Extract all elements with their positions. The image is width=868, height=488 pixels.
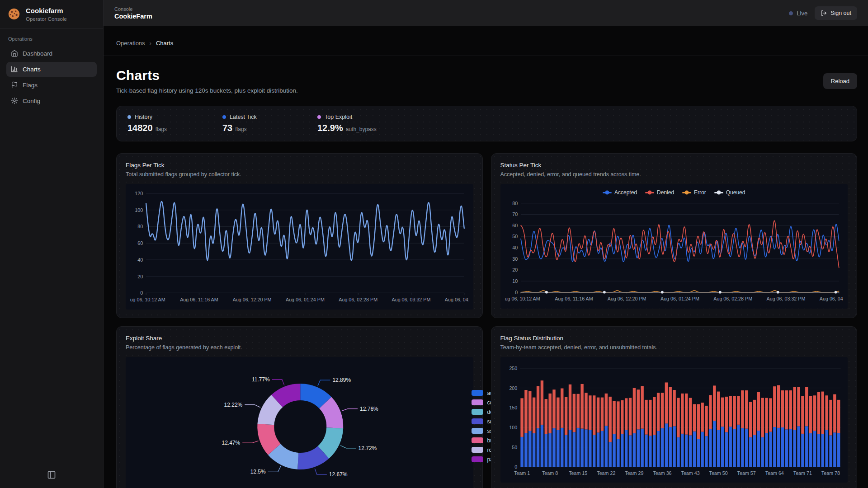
- bar-chart-icon: [11, 66, 18, 73]
- svg-text:12.76%: 12.76%: [360, 406, 378, 412]
- sidebar-item-charts[interactable]: Charts: [6, 62, 97, 77]
- svg-text:Team 43: Team 43: [681, 470, 699, 476]
- svg-text:Aug 06, 04:36 PM: Aug 06, 04:36 PM: [445, 297, 469, 302]
- cookie-logo-icon: [7, 7, 21, 21]
- chart-title: Status Per Tick: [500, 162, 848, 169]
- chart-title: Flag Status Distribution: [500, 335, 848, 342]
- svg-text:50: 50: [512, 445, 517, 450]
- stat-unit: flags: [235, 126, 246, 132]
- chart-subtitle: Team-by-team accepted, denied, error, an…: [500, 344, 848, 351]
- svg-text:12.22%: 12.22%: [224, 402, 243, 408]
- svg-text:Team 1: Team 1: [514, 470, 529, 476]
- breadcrumb-parent[interactable]: Operations: [116, 40, 145, 47]
- sidebar-item-label: Dashboard: [23, 50, 52, 57]
- svg-text:Team 29: Team 29: [625, 470, 643, 476]
- logout-icon: [821, 10, 827, 16]
- sign-out-label: Sign out: [830, 10, 851, 16]
- sign-out-button[interactable]: Sign out: [815, 6, 857, 20]
- svg-text:12.67%: 12.67%: [329, 471, 348, 478]
- svg-text:11.77%: 11.77%: [252, 376, 270, 383]
- chart-title: Exploit Share: [126, 335, 473, 342]
- stat-dot-icon: [127, 115, 131, 119]
- sidebar-collapse-button[interactable]: [47, 470, 56, 481]
- sidebar-item-dashboard[interactable]: Dashboard: [6, 46, 97, 61]
- svg-text:100: 100: [135, 207, 143, 213]
- main-content: Operations › Charts Charts Tick-based fl…: [104, 26, 868, 488]
- chart-legend: AcceptedDeniedErrorQueued: [505, 188, 844, 197]
- svg-text:Aug 06, 11:16 AM: Aug 06, 11:16 AM: [555, 296, 593, 301]
- stat-label: History: [135, 114, 152, 120]
- topbar-title: CookieFarm: [114, 13, 152, 20]
- svg-text:Team 71: Team 71: [793, 470, 811, 476]
- svg-text:Team 50: Team 50: [709, 470, 727, 476]
- svg-text:Team 8: Team 8: [542, 470, 558, 476]
- svg-text:0: 0: [514, 464, 517, 469]
- exploit-share-card: Exploit Share Percentage of flags genera…: [116, 326, 483, 488]
- svg-text:12.5%: 12.5%: [250, 469, 266, 475]
- topbar: Console CookieFarm Live Sign out: [104, 0, 868, 26]
- stat-unit: flags: [156, 126, 167, 132]
- panel-left-icon: [47, 470, 56, 479]
- svg-text:Aug 06, 12:20 PM: Aug 06, 12:20 PM: [607, 296, 646, 301]
- svg-text:Aug 06, 10:12 AM: Aug 06, 10:12 AM: [505, 296, 540, 301]
- legend-item: Denied: [645, 189, 674, 196]
- svg-text:60: 60: [137, 240, 143, 246]
- stat-unit: auth_bypass: [346, 126, 377, 132]
- svg-text:200: 200: [509, 385, 517, 391]
- svg-text:12.47%: 12.47%: [222, 440, 241, 446]
- svg-text:20: 20: [137, 274, 143, 279]
- flags-per-tick-card: Flags Per Tick Total submitted flags gro…: [116, 153, 483, 318]
- sidebar-nav: Operations Dashboard Charts Flags Config: [0, 29, 103, 116]
- flag-icon: [11, 81, 18, 89]
- stat-label: Latest Tick: [230, 114, 257, 120]
- svg-text:Team 57: Team 57: [737, 470, 755, 476]
- stat-value: 14820: [127, 123, 153, 133]
- stat-top-exploit: Top Exploit 12.9% auth_bypass: [317, 114, 412, 133]
- sidebar-item-label: Flags: [23, 82, 38, 89]
- svg-text:12.72%: 12.72%: [359, 445, 377, 451]
- svg-text:30: 30: [512, 256, 518, 262]
- svg-text:0: 0: [140, 290, 143, 296]
- svg-text:120: 120: [135, 191, 143, 196]
- chart-subtitle: Accepted, denied, error, and queued tren…: [500, 171, 848, 178]
- live-label: Live: [797, 10, 807, 17]
- svg-text:20: 20: [512, 267, 518, 272]
- svg-text:Aug 06, 10:12 AM: Aug 06, 10:12 AM: [130, 297, 165, 302]
- svg-text:Aug 06, 11:16 AM: Aug 06, 11:16 AM: [180, 297, 218, 302]
- stats-card: History 14820 flags Latest Tick 73 flags: [116, 106, 857, 141]
- topbar-eyebrow: Console: [114, 6, 152, 12]
- svg-text:80: 80: [137, 224, 143, 229]
- breadcrumb: Operations › Charts: [104, 26, 868, 56]
- gear-icon: [11, 97, 18, 104]
- svg-text:Aug 06, 04:36 PM: Aug 06, 04:36 PM: [819, 296, 843, 301]
- svg-text:Team 15: Team 15: [569, 470, 587, 476]
- flag-status-distribution-card: Flag Status Distribution Team-by-team ac…: [491, 326, 858, 488]
- svg-text:Team 22: Team 22: [597, 470, 615, 476]
- reload-button[interactable]: Reload: [823, 73, 857, 89]
- brand: Cookiefarm Operator Console: [0, 0, 103, 29]
- legend-item: Error: [682, 189, 706, 196]
- svg-text:12.89%: 12.89%: [332, 377, 351, 383]
- chart-subtitle: Percentage of flags generated by each ex…: [126, 344, 473, 351]
- stat-value: 12.9%: [317, 123, 343, 133]
- legend-item: Accepted: [603, 189, 637, 196]
- svg-text:60: 60: [512, 223, 518, 228]
- sidebar-item-flags[interactable]: Flags: [6, 78, 97, 93]
- svg-text:Aug 06, 02:28 PM: Aug 06, 02:28 PM: [339, 297, 377, 302]
- page-title: Charts: [116, 68, 298, 83]
- svg-text:10: 10: [512, 278, 518, 284]
- nav-section-label: Operations: [8, 36, 97, 42]
- sidebar-item-config[interactable]: Config: [6, 94, 97, 108]
- home-icon: [11, 50, 18, 57]
- live-dot: [789, 11, 793, 15]
- stat-latest-tick: Latest Tick 73 flags: [222, 114, 317, 133]
- svg-text:80: 80: [512, 201, 518, 206]
- stat-label: Top Exploit: [325, 114, 352, 120]
- page-subtitle: Tick-based flag history using 120s bucke…: [116, 87, 298, 94]
- status-per-tick-chart: AcceptedDeniedErrorQueued010203040506070…: [500, 184, 848, 309]
- svg-text:70: 70: [512, 211, 518, 217]
- legend-item: Queued: [714, 189, 745, 196]
- stat-dot-icon: [222, 115, 226, 119]
- brand-subtitle: Operator Console: [26, 16, 67, 22]
- svg-text:50: 50: [512, 234, 518, 239]
